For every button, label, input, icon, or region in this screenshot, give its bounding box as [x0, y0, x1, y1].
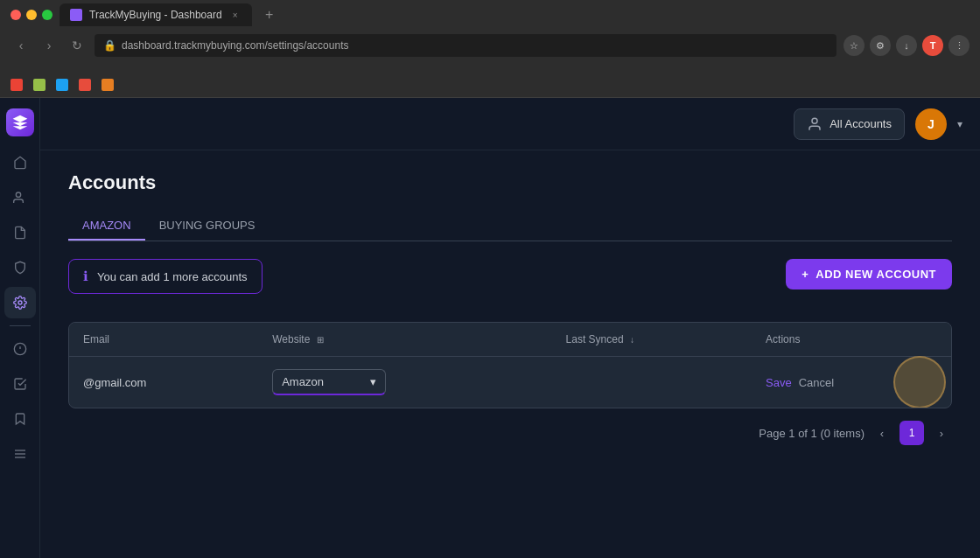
actions-cell: Save Cancel — [766, 374, 937, 391]
col-last-synced[interactable]: Last Synced ↓ — [552, 323, 752, 357]
col-email: Email — [69, 323, 258, 357]
address-bar-row: ‹ › ↻ 🔒 dashboard.trackmybuying.com/sett… — [0, 30, 980, 61]
bookmark-orange[interactable] — [102, 79, 114, 91]
add-new-account-button[interactable]: + ADD NEW ACCOUNT — [786, 259, 952, 289]
sidebar-item-users[interactable] — [4, 182, 36, 213]
sidebar-item-dashboard[interactable] — [4, 147, 36, 178]
reports-icon — [13, 226, 27, 240]
sidebar-divider — [10, 325, 31, 326]
sidebar-item-menu[interactable] — [4, 438, 36, 470]
tabs: AMAZON BUYING GROUPS — [68, 212, 952, 241]
gmail-bookmark-icon — [10, 79, 23, 91]
browser-actions: ☆ ⚙ ↓ T ⋮ — [844, 35, 970, 56]
page-title: Accounts — [68, 171, 952, 194]
bookmark-gmail[interactable] — [10, 79, 23, 91]
extensions-button[interactable]: ⚙ — [870, 35, 891, 56]
page-1-button[interactable]: 1 — [900, 421, 924, 445]
top-nav: All Accounts J ▾ — [40, 98, 980, 150]
svg-point-0 — [16, 192, 20, 197]
menu-icon — [13, 447, 27, 461]
sidebar — [0, 98, 40, 558]
accounts-table: Email Website ⊞ Last Synced ↓ — [69, 323, 951, 408]
settings-icon — [13, 296, 27, 310]
lock-icon: 🔒 — [103, 39, 116, 52]
bookmark-shopify[interactable] — [33, 79, 46, 91]
close-window-button[interactable] — [10, 10, 21, 20]
table-row: @gmail.com Amazon ▾ — [69, 357, 951, 408]
cell-email: @gmail.com — [69, 357, 258, 408]
cell-website: Amazon ▾ — [258, 357, 551, 408]
cell-actions: Save Cancel — [752, 357, 951, 408]
blue-bookmark-icon — [56, 79, 68, 91]
new-tab-button[interactable]: + — [259, 4, 280, 25]
profile-button[interactable]: T — [922, 35, 943, 56]
pagination-info: Page 1 of 1 (0 items) — [759, 427, 864, 440]
browser-tab[interactable]: TrackMyBuying - Dashboard × — [60, 3, 252, 26]
tab-buying-groups[interactable]: BUYING GROUPS — [145, 212, 270, 241]
bookmark-bar — [0, 72, 980, 98]
nav-back-button[interactable]: ‹ — [10, 35, 32, 56]
sidebar-item-reports[interactable] — [4, 217, 36, 248]
nav-forward-button[interactable]: › — [38, 35, 60, 56]
pagination: Page 1 of 1 (0 items) ‹ 1 › — [68, 421, 952, 445]
col-actions: Actions — [752, 323, 951, 357]
svg-point-1 — [18, 301, 22, 304]
save-button[interactable]: Save — [766, 374, 792, 391]
shopify-bookmark-icon — [33, 79, 46, 91]
all-accounts-button[interactable]: All Accounts — [794, 108, 905, 140]
title-bar: TrackMyBuying - Dashboard × + — [0, 0, 980, 30]
table-body: @gmail.com Amazon ▾ — [69, 357, 951, 408]
prev-page-button[interactable]: ‹ — [872, 422, 892, 443]
sidebar-item-security[interactable] — [4, 252, 36, 283]
bookmark-red[interactable] — [79, 79, 91, 91]
traffic-lights — [10, 10, 52, 20]
menu-button[interactable]: ⋮ — [948, 35, 970, 56]
red-bookmark-icon — [79, 79, 91, 91]
tasks-icon — [13, 377, 27, 391]
accounts-table-wrapper: Email Website ⊞ Last Synced ↓ — [68, 322, 952, 408]
sidebar-item-bookmarks[interactable] — [4, 403, 36, 435]
app-logo[interactable] — [6, 108, 34, 136]
cancel-button[interactable]: Cancel — [799, 374, 834, 391]
svg-point-8 — [812, 118, 817, 123]
orange-bookmark-icon — [102, 79, 114, 91]
nav-refresh-button[interactable]: ↻ — [66, 35, 88, 56]
bookmark-blue[interactable] — [56, 79, 68, 91]
tab-favicon — [70, 9, 82, 21]
browser-chrome: TrackMyBuying - Dashboard × + ‹ › ↻ 🔒 da… — [0, 0, 980, 72]
sidebar-item-settings[interactable] — [4, 287, 36, 318]
bookmark-star-button[interactable]: ☆ — [844, 35, 864, 56]
user-avatar[interactable]: J — [915, 108, 947, 140]
website-dropdown[interactable]: Amazon ▾ — [272, 369, 386, 395]
download-button[interactable]: ↓ — [896, 35, 917, 56]
page-content: Accounts AMAZON BUYING GROUPS ℹ You can … — [40, 150, 980, 558]
shield-icon — [13, 261, 27, 275]
col-website[interactable]: Website ⊞ — [258, 323, 551, 357]
add-account-label: ADD NEW ACCOUNT — [816, 268, 936, 281]
info-icon — [13, 342, 27, 356]
tab-title: TrackMyBuying - Dashboard — [89, 9, 222, 21]
address-bar[interactable]: 🔒 dashboard.trackmybuying.com/settings/a… — [94, 34, 836, 57]
cell-last-synced — [552, 357, 752, 408]
all-accounts-label: All Accounts — [830, 117, 892, 130]
info-circle-icon: ℹ — [83, 269, 88, 284]
bookmark-icon — [13, 412, 27, 426]
main-content: All Accounts J ▾ Accounts AMAZON BUYING … — [40, 98, 980, 558]
tab-close-button[interactable]: × — [229, 9, 242, 21]
chevron-down-icon[interactable]: ▾ — [957, 118, 962, 130]
last-synced-sort-icon: ↓ — [630, 335, 634, 345]
cursor-highlight — [893, 356, 946, 408]
sidebar-item-tasks[interactable] — [4, 368, 36, 400]
website-sort-icon: ⊞ — [317, 335, 324, 345]
next-page-button[interactable]: › — [931, 422, 952, 443]
sidebar-item-info[interactable] — [4, 333, 36, 365]
tab-amazon[interactable]: AMAZON — [68, 212, 145, 241]
users-icon — [13, 191, 27, 205]
home-icon — [13, 156, 27, 170]
app-layout: All Accounts J ▾ Accounts AMAZON BUYING … — [0, 98, 980, 558]
dropdown-chevron-icon: ▾ — [370, 375, 376, 388]
add-icon: + — [802, 268, 808, 281]
maximize-window-button[interactable] — [42, 10, 52, 20]
accounts-icon — [807, 116, 822, 132]
minimize-window-button[interactable] — [26, 10, 37, 20]
